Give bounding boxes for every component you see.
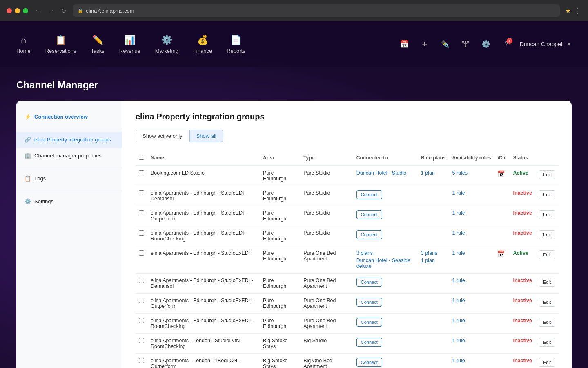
edit-button[interactable]: Edit (539, 170, 555, 179)
row-actions: Edit (535, 294, 559, 314)
sidebar-settings-label: Settings (34, 198, 53, 204)
help-icon-btn[interactable]: ? 1 (499, 37, 513, 51)
marketing-icon: ⚙️ (161, 35, 172, 45)
row-status: Active (510, 166, 535, 186)
finance-icon: 💰 (197, 35, 208, 45)
availrules-link[interactable]: 5 rules (452, 170, 468, 176)
nav-item-finance[interactable]: 💰 Finance (193, 35, 212, 54)
row-checkbox[interactable] (139, 170, 144, 175)
add-icon-btn[interactable]: + (418, 37, 432, 51)
connect-button[interactable]: Connect (356, 278, 382, 287)
sidebar-item-channel-properties[interactable]: 🏢 Channel manager properties (16, 148, 122, 164)
bookmark-icon[interactable]: ★ (565, 7, 571, 15)
edit-button[interactable]: Edit (539, 190, 555, 199)
row-name: elina Apartments - Edinburgh - StudioExE… (147, 274, 260, 294)
availrules-link[interactable]: 1 rule (452, 190, 465, 196)
row-checkbox[interactable] (139, 338, 144, 343)
row-area: Big Smoke Stays (260, 354, 300, 368)
forward-button[interactable]: → (46, 5, 56, 16)
hierarchy-icon-btn[interactable] (459, 37, 472, 51)
row-checkbox[interactable] (139, 358, 144, 363)
page-content: Channel Manager ⚡ Connection overview 🔗 … (0, 67, 588, 368)
edit-button[interactable]: Edit (539, 298, 555, 307)
row-name: elina Apartments - Edinburgh - StudioExE… (147, 246, 260, 274)
row-checkbox[interactable] (139, 250, 144, 256)
user-menu-btn[interactable]: Duncan Chappell ▼ (520, 41, 572, 47)
connected-plans-link[interactable]: 3 plans (356, 250, 373, 256)
brush-icon-btn[interactable]: ✒️ (438, 37, 452, 51)
edit-button[interactable]: Edit (539, 250, 555, 259)
connect-button[interactable]: Connect (356, 338, 382, 347)
row-checkbox[interactable] (139, 278, 144, 283)
address-bar[interactable]: 🔒 elina7.elinapms.com (73, 4, 560, 17)
row-ical (494, 354, 510, 368)
availrules-link[interactable]: 1 rule (452, 318, 465, 323)
connected-link[interactable]: Duncan Hotel - Studio (356, 170, 406, 176)
url-text: elina7.elinapms.com (86, 8, 134, 14)
svg-line-6 (466, 43, 468, 44)
gear-icon-btn[interactable]: ⚙️ (479, 37, 493, 51)
connect-button[interactable]: Connect (356, 190, 382, 199)
availrules-link[interactable]: 1 rule (452, 298, 465, 303)
table-row: elina Apartments - Edinburgh - StudioExE… (136, 274, 559, 294)
row-checkbox[interactable] (139, 318, 144, 323)
sidebar-connection-overview[interactable]: ⚡ Connection overview (16, 109, 122, 125)
connected-hotel-link[interactable]: Duncan Hotel - Seaside deluxe (356, 258, 414, 269)
svg-rect-0 (462, 41, 464, 43)
close-button[interactable] (7, 8, 12, 13)
row-rateplans (418, 314, 449, 334)
availrules-link[interactable]: 1 rule (452, 250, 465, 256)
availrules-link[interactable]: 1 rule (452, 338, 465, 343)
connect-button[interactable]: Connect (356, 318, 382, 327)
availrules-link[interactable]: 1 rule (452, 358, 465, 364)
col-header-area: Area (260, 150, 300, 166)
row-checkbox[interactable] (139, 298, 144, 303)
col-header-type: Type (300, 150, 353, 166)
panel-title: elina Property integration groups (136, 112, 559, 121)
connect-button[interactable]: Connect (356, 230, 382, 239)
filter-show-all-btn[interactable]: Show all (189, 130, 223, 142)
rateplans-link[interactable]: 1 plan (421, 170, 435, 176)
calendar-icon-btn[interactable]: 📅 (397, 37, 411, 51)
edit-button[interactable]: Edit (539, 230, 555, 239)
nav-item-reports[interactable]: 📄 Reports (227, 35, 245, 54)
connect-button[interactable]: Connect (356, 358, 382, 367)
sidebar-item-integration-groups[interactable]: 🔗 elina Property integration groups (16, 132, 122, 148)
edit-button[interactable]: Edit (539, 358, 555, 367)
availrules-link[interactable]: 1 rule (452, 210, 465, 216)
browser-menu-icon[interactable]: ⋮ (574, 6, 581, 15)
rateplans-link[interactable]: 3 plans (421, 250, 446, 256)
sidebar-item-settings[interactable]: ⚙️ Settings (16, 193, 122, 209)
table-row: elina Apartments - Edinburgh - StudioEDI… (136, 206, 559, 226)
availrules-link[interactable]: 1 rule (452, 278, 465, 283)
row-checkbox[interactable] (139, 230, 144, 236)
row-ical: 📅 (494, 246, 510, 274)
connect-button[interactable]: Connect (356, 210, 382, 219)
table-row: elina Apartments - Edinburgh - StudioExE… (136, 246, 559, 274)
edit-button[interactable]: Edit (539, 338, 555, 347)
nav-item-tasks[interactable]: ✏️ Tasks (91, 35, 105, 54)
nav-item-revenue[interactable]: 📊 Revenue (119, 35, 140, 54)
select-all-checkbox[interactable] (139, 155, 144, 160)
row-name: Booking.com ED Studio (147, 166, 260, 186)
row-ical (494, 294, 510, 314)
row-checkbox[interactable] (139, 190, 144, 195)
filter-active-only-btn[interactable]: Show active only (136, 130, 189, 142)
row-area: Pure Edinburgh (260, 226, 300, 246)
edit-button[interactable]: Edit (539, 318, 555, 327)
nav-item-home[interactable]: ⌂ Home (16, 35, 31, 54)
connect-button[interactable]: Connect (356, 298, 382, 307)
fullscreen-button[interactable] (23, 8, 28, 13)
row-checkbox[interactable] (139, 210, 144, 215)
nav-label-marketing: Marketing (155, 48, 178, 54)
rateplans-link-2[interactable]: 1 plan (421, 258, 446, 263)
sidebar-item-logs[interactable]: 📋 Logs (16, 171, 122, 186)
reload-button[interactable]: ↻ (59, 5, 68, 16)
availrules-link[interactable]: 1 rule (452, 230, 465, 236)
edit-button[interactable]: Edit (539, 278, 555, 287)
nav-item-marketing[interactable]: ⚙️ Marketing (155, 35, 178, 54)
minimize-button[interactable] (15, 8, 20, 13)
edit-button[interactable]: Edit (539, 210, 555, 219)
back-button[interactable]: ← (33, 5, 43, 16)
nav-item-reservations[interactable]: 📋 Reservations (45, 35, 76, 54)
